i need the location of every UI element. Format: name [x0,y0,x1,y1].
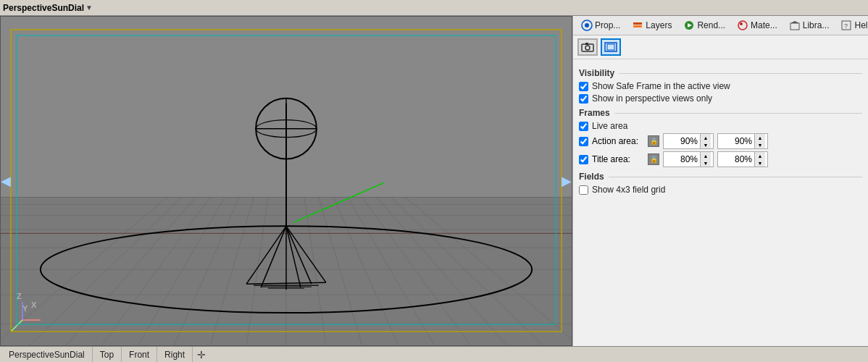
axis-y-label: Y [22,304,28,313]
action-area-checkbox[interactable] [579,137,588,146]
show-safe-frame-row: Show Safe Frame in the active view [579,81,862,91]
title-area-input1[interactable] [664,153,700,165]
tab-help[interactable]: ? Help [835,17,868,33]
field-grid-row: Show 4x3 field grid [579,185,862,195]
tab-library-label: Libra... [803,20,830,30]
title-area-spinner1[interactable]: ▲ ▼ [663,151,714,167]
canvas-area: Z Y X [1,17,572,345]
action-area-down2[interactable]: ▼ [755,141,765,148]
viewport-title: PerspectiveSunDial [3,3,84,13]
action-area-input2[interactable] [718,135,754,147]
nav-arrow-right[interactable]: ▶ [562,173,572,189]
tool-row [573,35,868,59]
svg-point-63 [585,46,590,50]
title-area-arrows2: ▲ ▼ [754,152,765,167]
panel-content: Visibility Show Safe Frame in the active… [573,59,868,346]
live-area-checkbox[interactable] [579,122,588,131]
action-area-down1[interactable]: ▼ [701,141,711,148]
title-area-up2[interactable]: ▲ [755,152,765,159]
nav-arrow-left[interactable]: ◀ [1,173,11,189]
fields-section-label: Fields [579,172,862,182]
bottom-tab-perspective[interactable]: PerspectiveSunDial [1,347,93,362]
title-area-spinner2[interactable]: ▲ ▼ [717,151,768,167]
title-area-arrows1: ▲ ▼ [700,152,711,167]
title-area-lock[interactable]: 🔒 [648,153,659,165]
action-area-spinner2[interactable]: ▲ ▼ [717,133,768,149]
svg-text:?: ? [844,22,848,30]
tab-help-label: Help [854,20,868,30]
title-bar: PerspectiveSunDial ▼ [0,0,868,16]
action-area-up2[interactable]: ▲ [755,134,765,141]
tab-render-label: Rend... [697,20,725,30]
action-area-input1[interactable] [664,135,700,147]
action-area-spinner1[interactable]: ▲ ▼ [663,133,714,149]
title-area-input2[interactable] [718,153,754,165]
tab-properties[interactable]: Prop... [576,17,625,33]
tab-properties-label: Prop... [595,20,620,30]
tab-layers[interactable]: Layers [627,17,677,33]
title-area-checkbox[interactable] [579,155,588,164]
action-area-up1[interactable]: ▲ [701,134,711,141]
show-perspective-row: Show in perspective views only [579,93,862,104]
svg-point-51 [585,23,589,28]
scene-svg [1,17,572,345]
tab-bar: Prop... Layers Rend... Mate... [573,16,868,35]
action-area-row: Action area: 🔒 ▲ ▼ ▲ ▼ [579,133,862,149]
tab-render[interactable]: Rend... [678,17,730,33]
svg-rect-58 [790,23,799,30]
title-area-up1[interactable]: ▲ [701,152,711,159]
action-area-arrows2: ▲ ▼ [754,134,765,148]
svg-rect-52 [633,22,642,25]
svg-rect-64 [585,43,588,45]
action-area-lock[interactable]: 🔒 [648,135,659,147]
tab-library[interactable]: Libra... [784,17,835,33]
tab-materials[interactable]: Mate... [732,17,783,33]
tab-layers-label: Layers [646,20,672,30]
right-panel: Prop... Layers Rend... Mate... [572,16,868,346]
svg-point-57 [740,22,743,25]
help-icon: ? [840,20,852,31]
bottom-tab-right[interactable]: Right [157,347,193,362]
title-area-row: Title area: 🔒 ▲ ▼ ▲ ▼ [579,151,862,167]
svg-rect-53 [633,25,642,28]
field-grid-checkbox[interactable] [579,185,588,195]
render-icon [683,20,695,31]
bottom-tab-top[interactable]: Top [93,347,122,362]
show-safe-frame-label: Show Safe Frame in the active view [592,81,730,91]
tab-materials-label: Mate... [751,20,777,30]
show-perspective-checkbox[interactable] [579,94,588,104]
safe-frame-tool-btn[interactable] [601,38,621,56]
library-icon [789,20,801,31]
viewport-3d[interactable]: Z Y X ◀ ▶ [0,16,572,346]
action-area-arrows1: ▲ ▼ [700,134,711,148]
svg-point-56 [738,21,747,30]
title-area-down2[interactable]: ▼ [755,159,765,167]
materials-icon [737,20,748,31]
title-area-label: Title area: [592,154,644,164]
camera-tool-btn[interactable] [577,38,598,56]
svg-rect-66 [607,44,614,50]
show-safe-frame-checkbox[interactable] [579,82,588,91]
svg-marker-59 [790,21,799,23]
live-area-label: Live area [592,121,627,131]
field-grid-label: Show 4x3 field grid [592,185,665,195]
title-area-down1[interactable]: ▼ [701,159,711,167]
show-perspective-label: Show in perspective views only [592,93,712,104]
action-area-label: Action area: [592,136,644,146]
add-viewport-btn[interactable]: ✛ [193,348,210,362]
axis-x-label: X [31,300,36,309]
bottom-bar: PerspectiveSunDial Top Front Right ✛ [0,346,868,362]
main-area: Z Y X ◀ ▶ Prop... Layers [0,16,868,346]
title-dropdown-arrow[interactable]: ▼ [85,4,93,12]
layers-icon [632,20,643,31]
axis-z-label: Z [17,292,22,300]
bottom-tab-front[interactable]: Front [122,347,157,362]
visibility-section-label: Visibility [579,68,862,78]
live-area-row: Live area [579,121,862,131]
frames-section-label: Frames [579,108,862,118]
properties-icon [581,20,593,31]
